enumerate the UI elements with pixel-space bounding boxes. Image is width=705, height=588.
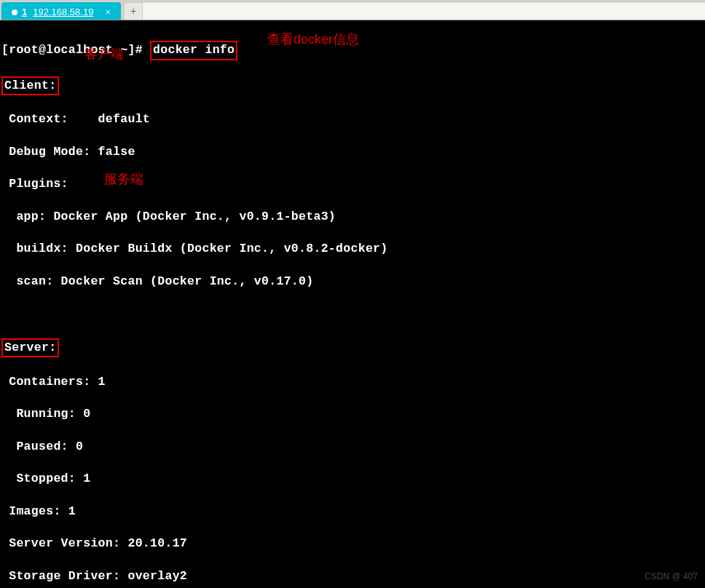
annotation-server: 服务端 <box>104 170 143 188</box>
shell-prompt: [root@localhost ~]# <box>1 43 150 57</box>
tabbar-spacer <box>143 2 705 20</box>
server-containers: Containers: 1 <box>1 374 704 390</box>
client-debug: Debug Mode: false <box>1 144 704 160</box>
annotation-cmd: 查看docker信息 <box>267 31 359 48</box>
client-label: Client: <box>4 79 56 92</box>
client-plugin-app: app: Docker App (Docker Inc., v0.9.1-bet… <box>1 209 704 225</box>
server-label: Server: <box>4 341 56 354</box>
client-plugin-scan: scan: Docker Scan (Docker Inc., v0.17.0) <box>1 274 704 290</box>
terminal-tab[interactable]: 1 192.168.58.19 × <box>1 2 121 20</box>
server-version: Server Version: 20.10.17 <box>1 536 704 552</box>
close-icon[interactable]: × <box>105 6 111 19</box>
new-tab-button[interactable]: + <box>124 2 143 20</box>
status-dot-icon <box>12 9 17 15</box>
annotation-client: 客户端 <box>84 45 124 63</box>
command-text: docker info <box>153 43 235 57</box>
server-running: Running: 0 <box>1 406 704 422</box>
server-storage: Storage Driver: overlay2 <box>1 568 704 584</box>
terminal-output[interactable]: [root@localhost ~]# docker info Client: … <box>0 20 705 588</box>
client-context: Context: default <box>1 111 704 127</box>
plus-icon: + <box>130 4 136 18</box>
server-paused: Paused: 0 <box>1 439 704 455</box>
client-label-highlight: Client: <box>1 76 59 95</box>
server-stopped: Stopped: 1 <box>1 471 704 487</box>
tabbar: 1 192.168.58.19 × + <box>0 0 705 20</box>
tab-label: 192.168.58.19 <box>33 6 93 19</box>
client-plugin-buildx: buildx: Docker Buildx (Docker Inc., v0.8… <box>1 241 704 257</box>
tab-number: 1 <box>22 6 27 19</box>
server-label-highlight: Server: <box>1 338 59 357</box>
watermark: CSDN @ 407 <box>645 571 698 582</box>
server-images: Images: 1 <box>1 504 704 520</box>
command-highlight: docker info <box>150 41 237 60</box>
